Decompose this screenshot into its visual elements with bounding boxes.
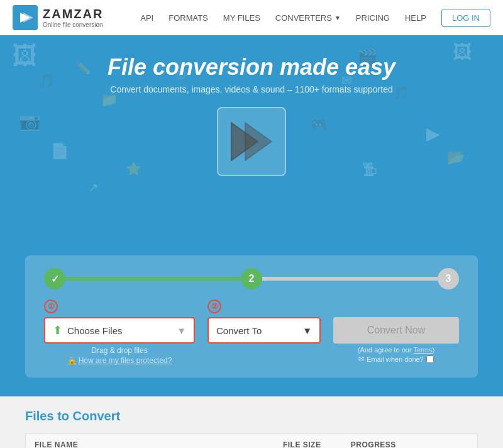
logo-icon	[13, 5, 38, 30]
doodle-arrow-icon: ↗	[88, 180, 99, 195]
hero-play-icon	[226, 116, 277, 167]
protected-link[interactable]: 🔒 How are my files protected?	[44, 356, 195, 365]
svg-marker-1	[23, 13, 33, 23]
doodle-game-icon: 🎮	[310, 117, 327, 133]
step-2-circle: 2	[241, 268, 262, 289]
inputs-row: ① ⬆ Choose Files ▼ Drag & drop files 🔒 H…	[44, 300, 459, 365]
nav-formats[interactable]: FORMATS	[169, 13, 208, 23]
convert-to-button[interactable]: Convert To ▼	[207, 317, 321, 344]
terms-link[interactable]: Terms	[413, 346, 432, 354]
convert-to-caret-icon: ▼	[302, 325, 312, 336]
doodle-pencil-icon: ✏️	[75, 60, 91, 76]
convert-now-button[interactable]: Convert Now	[333, 317, 459, 344]
convert-to-group: ② Convert To ▼	[207, 300, 321, 344]
hero: 🖼 🎵 📷 📄 ✏️ 📁 🎬 🎵 ▶ 🖼 📂 ✉ ⭐ ◎ 🎮 🗜 ↗ File …	[0, 35, 503, 249]
step-line-1	[65, 277, 241, 281]
logo-text: ZAMZAR Online file conversion	[43, 7, 103, 28]
files-title: Files to Convert	[25, 409, 478, 423]
step-1-label: ①	[44, 300, 58, 313]
step-line-2	[262, 277, 438, 281]
doodle-zip-icon: 🗜	[362, 161, 377, 179]
email-icon: ✉	[358, 355, 364, 363]
doodle-image2-icon: 🖼	[453, 42, 472, 63]
col-action-header	[433, 434, 478, 449]
doodle-camera-icon: 📷	[19, 111, 41, 132]
files-table: FILE NAME FILE SIZE PROGRESS M4A File Ex…	[25, 434, 478, 448]
doodle-star-icon: ⭐	[126, 161, 141, 176]
nav-help[interactable]: HELP	[405, 13, 426, 23]
doodle-music-icon: 🎵	[38, 73, 55, 89]
doodle-play-icon: ▶	[426, 123, 440, 144]
col-progress-header: PROGRESS	[342, 434, 433, 449]
steps-row: ✓ 2 3	[44, 268, 459, 289]
terms-text: (And agree to our Terms)	[333, 346, 459, 354]
converter-card: ✓ 2 3 ① ⬆ Choose Files ▼	[25, 255, 478, 378]
choose-files-group: ① ⬆ Choose Files ▼ Drag & drop files 🔒 H…	[44, 300, 195, 365]
nav-api[interactable]: API	[140, 13, 153, 23]
converter-section: ✓ 2 3 ① ⬆ Choose Files ▼	[0, 249, 503, 396]
choose-files-label: Choose Files	[67, 325, 123, 336]
convert-to-label: Convert To	[216, 325, 262, 336]
choose-files-button[interactable]: ⬆ Choose Files ▼	[44, 317, 195, 344]
doodle-note-icon: 🎵	[393, 86, 409, 101]
step-1-circle: ✓	[44, 268, 65, 289]
drag-drop-text: Drag & drop files	[44, 346, 195, 355]
hero-title: File conversion made easy	[108, 54, 395, 81]
files-section: Files to Convert FILE NAME FILE SIZE PRO…	[0, 396, 503, 448]
email-row: ✉ Email when done?	[333, 355, 459, 363]
email-checkbox[interactable]	[426, 356, 434, 363]
col-filesize-header: FILE SIZE	[274, 434, 342, 449]
nav-converters[interactable]: CONVERTERS ▼	[275, 13, 341, 23]
nav-myfiles[interactable]: MY FILES	[223, 13, 260, 23]
hero-logo-center	[217, 107, 286, 176]
hero-subtitle: Convert documents, images, videos & soun…	[110, 84, 392, 94]
email-label: Email when done?	[367, 356, 424, 363]
files-table-header: FILE NAME FILE SIZE PROGRESS	[26, 434, 478, 449]
logo[interactable]: ZAMZAR Online file conversion	[13, 5, 103, 30]
nav-links: API FORMATS MY FILES CONVERTERS ▼ PRICIN…	[140, 9, 490, 27]
col-filename-header: FILE NAME	[26, 434, 274, 449]
doodle-jpg-icon: 🖼	[13, 42, 38, 70]
doodle-folder2-icon: 📂	[446, 148, 465, 166]
step-3-circle: 3	[438, 268, 459, 289]
choose-files-caret-icon: ▼	[177, 325, 186, 336]
upload-icon: ⬆	[53, 323, 62, 337]
login-button[interactable]: LOG IN	[441, 9, 490, 27]
nav-pricing[interactable]: PRICING	[356, 13, 390, 23]
logo-subtitle: Online file conversion	[43, 21, 103, 28]
svg-marker-3	[245, 123, 272, 160]
doodle-doc-icon: 📄	[50, 142, 69, 160]
convert-now-group: Convert Now (And agree to our Terms) ✉ E…	[333, 300, 459, 363]
logo-title: ZAMZAR	[43, 7, 103, 21]
lock-icon: 🔒	[67, 356, 77, 365]
navbar: ZAMZAR Online file conversion API FORMAT…	[0, 0, 503, 35]
step-2-label: ②	[207, 300, 221, 313]
converters-caret-icon: ▼	[334, 14, 341, 21]
